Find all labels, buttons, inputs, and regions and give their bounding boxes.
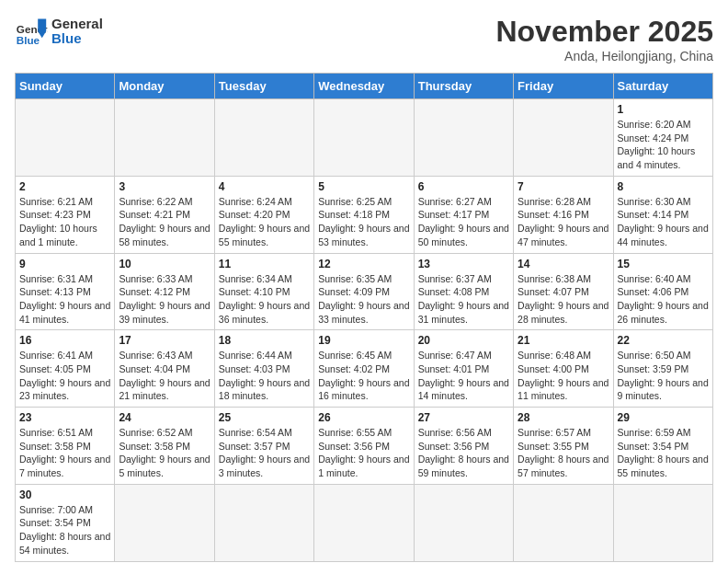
day-number: 22 xyxy=(618,334,709,347)
day-info: Sunrise: 6:45 AM Sunset: 4:02 PM Dayligh… xyxy=(318,349,409,403)
day-number: 17 xyxy=(119,334,210,347)
day-info: Sunrise: 6:55 AM Sunset: 3:56 PM Dayligh… xyxy=(318,426,409,480)
calendar-cell: 10Sunrise: 6:33 AM Sunset: 4:12 PM Dayli… xyxy=(115,253,214,330)
day-number: 10 xyxy=(119,258,210,270)
weekday-header-row: SundayMondayTuesdayWednesdayThursdayFrid… xyxy=(16,74,713,99)
calendar-cell: 30Sunrise: 7:00 AM Sunset: 3:54 PM Dayli… xyxy=(16,484,115,561)
day-info: Sunrise: 6:38 AM Sunset: 4:07 PM Dayligh… xyxy=(518,272,609,327)
day-info: Sunrise: 6:21 AM Sunset: 4:23 PM Dayligh… xyxy=(19,195,110,249)
day-info: Sunrise: 6:22 AM Sunset: 4:21 PM Dayligh… xyxy=(119,195,210,249)
day-number: 6 xyxy=(418,180,509,193)
day-info: Sunrise: 6:59 AM Sunset: 3:54 PM Dayligh… xyxy=(618,426,709,480)
day-number: 27 xyxy=(418,411,509,424)
day-info: Sunrise: 6:35 AM Sunset: 4:09 PM Dayligh… xyxy=(318,272,409,327)
day-number: 2 xyxy=(19,180,110,193)
day-info: Sunrise: 6:48 AM Sunset: 4:00 PM Dayligh… xyxy=(518,349,609,403)
day-info: Sunrise: 6:47 AM Sunset: 4:01 PM Dayligh… xyxy=(418,349,509,403)
weekday-header: Saturday xyxy=(613,74,712,99)
day-number: 3 xyxy=(119,180,210,193)
day-info: Sunrise: 6:33 AM Sunset: 4:12 PM Dayligh… xyxy=(119,272,210,327)
day-number: 5 xyxy=(318,180,409,193)
calendar-week-row: 2Sunrise: 6:21 AM Sunset: 4:23 PM Daylig… xyxy=(16,176,713,253)
day-number: 24 xyxy=(119,411,210,424)
calendar-cell: 4Sunrise: 6:24 AM Sunset: 4:20 PM Daylig… xyxy=(214,176,313,253)
calendar-cell xyxy=(214,99,313,177)
day-info: Sunrise: 6:34 AM Sunset: 4:10 PM Dayligh… xyxy=(219,272,310,327)
svg-text:Blue: Blue xyxy=(17,34,40,46)
calendar-cell xyxy=(115,99,214,177)
location: Anda, Heilongjiang, China xyxy=(495,49,713,63)
calendar-week-row: 30Sunrise: 7:00 AM Sunset: 3:54 PM Dayli… xyxy=(16,484,713,561)
weekday-header: Tuesday xyxy=(214,74,313,99)
calendar-week-row: 16Sunrise: 6:41 AM Sunset: 4:05 PM Dayli… xyxy=(16,330,713,408)
calendar-cell xyxy=(414,99,513,177)
day-info: Sunrise: 6:51 AM Sunset: 3:58 PM Dayligh… xyxy=(19,426,110,480)
calendar-week-row: 9Sunrise: 6:31 AM Sunset: 4:13 PM Daylig… xyxy=(16,253,713,330)
logo-general: General xyxy=(51,17,103,32)
day-number: 1 xyxy=(618,103,709,116)
day-number: 19 xyxy=(318,334,409,347)
weekday-header: Wednesday xyxy=(314,74,414,99)
calendar-cell: 9Sunrise: 6:31 AM Sunset: 4:13 PM Daylig… xyxy=(16,253,115,330)
calendar-cell: 29Sunrise: 6:59 AM Sunset: 3:54 PM Dayli… xyxy=(613,408,712,485)
month-year: November 2025 xyxy=(495,15,713,49)
day-info: Sunrise: 6:44 AM Sunset: 4:03 PM Dayligh… xyxy=(219,349,310,403)
weekday-header: Friday xyxy=(514,74,613,99)
calendar-cell: 15Sunrise: 6:40 AM Sunset: 4:06 PM Dayli… xyxy=(613,253,712,330)
day-number: 30 xyxy=(19,488,110,501)
day-info: Sunrise: 6:37 AM Sunset: 4:08 PM Dayligh… xyxy=(418,272,509,327)
day-number: 14 xyxy=(518,258,609,270)
calendar-cell: 18Sunrise: 6:44 AM Sunset: 4:03 PM Dayli… xyxy=(214,330,313,408)
calendar-cell xyxy=(613,484,712,561)
calendar-cell: 22Sunrise: 6:50 AM Sunset: 3:59 PM Dayli… xyxy=(613,330,712,408)
day-number: 4 xyxy=(219,180,310,193)
calendar-cell: 17Sunrise: 6:43 AM Sunset: 4:04 PM Dayli… xyxy=(115,330,214,408)
svg-marker-2 xyxy=(38,19,46,32)
calendar-cell: 16Sunrise: 6:41 AM Sunset: 4:05 PM Dayli… xyxy=(16,330,115,408)
day-number: 21 xyxy=(518,334,609,347)
day-number: 29 xyxy=(618,411,709,424)
calendar-cell: 24Sunrise: 6:52 AM Sunset: 3:58 PM Dayli… xyxy=(115,408,214,485)
calendar-cell: 14Sunrise: 6:38 AM Sunset: 4:07 PM Dayli… xyxy=(514,253,613,330)
logo-icon: General Blue xyxy=(15,15,48,48)
calendar-week-row: 1Sunrise: 6:20 AM Sunset: 4:24 PM Daylig… xyxy=(16,99,713,177)
calendar-cell: 11Sunrise: 6:34 AM Sunset: 4:10 PM Dayli… xyxy=(214,253,313,330)
day-info: Sunrise: 6:54 AM Sunset: 3:57 PM Dayligh… xyxy=(219,426,310,480)
calendar-cell: 19Sunrise: 6:45 AM Sunset: 4:02 PM Dayli… xyxy=(314,330,414,408)
day-info: Sunrise: 6:27 AM Sunset: 4:17 PM Dayligh… xyxy=(418,195,509,249)
day-info: Sunrise: 7:00 AM Sunset: 3:54 PM Dayligh… xyxy=(19,503,110,557)
calendar-cell: 3Sunrise: 6:22 AM Sunset: 4:21 PM Daylig… xyxy=(115,176,214,253)
calendar-week-row: 23Sunrise: 6:51 AM Sunset: 3:58 PM Dayli… xyxy=(16,408,713,485)
day-info: Sunrise: 6:43 AM Sunset: 4:04 PM Dayligh… xyxy=(119,349,210,403)
day-info: Sunrise: 6:25 AM Sunset: 4:18 PM Dayligh… xyxy=(318,195,409,249)
day-info: Sunrise: 6:28 AM Sunset: 4:16 PM Dayligh… xyxy=(518,195,609,249)
calendar-cell: 12Sunrise: 6:35 AM Sunset: 4:09 PM Dayli… xyxy=(314,253,414,330)
day-info: Sunrise: 6:31 AM Sunset: 4:13 PM Dayligh… xyxy=(19,272,110,327)
day-info: Sunrise: 6:52 AM Sunset: 3:58 PM Dayligh… xyxy=(119,426,210,480)
day-info: Sunrise: 6:41 AM Sunset: 4:05 PM Dayligh… xyxy=(19,349,110,403)
day-number: 25 xyxy=(219,411,310,424)
calendar-cell: 13Sunrise: 6:37 AM Sunset: 4:08 PM Dayli… xyxy=(414,253,513,330)
weekday-header: Monday xyxy=(115,74,214,99)
calendar-cell: 28Sunrise: 6:57 AM Sunset: 3:55 PM Dayli… xyxy=(514,408,613,485)
day-number: 16 xyxy=(19,334,110,347)
day-info: Sunrise: 6:20 AM Sunset: 4:24 PM Dayligh… xyxy=(618,118,709,172)
calendar-cell: 5Sunrise: 6:25 AM Sunset: 4:18 PM Daylig… xyxy=(314,176,414,253)
calendar-cell xyxy=(314,484,414,561)
calendar-cell xyxy=(314,99,414,177)
day-number: 12 xyxy=(318,258,409,270)
day-number: 7 xyxy=(518,180,609,193)
day-info: Sunrise: 6:24 AM Sunset: 4:20 PM Dayligh… xyxy=(219,195,310,249)
calendar-cell: 23Sunrise: 6:51 AM Sunset: 3:58 PM Dayli… xyxy=(16,408,115,485)
day-number: 23 xyxy=(19,411,110,424)
calendar-cell xyxy=(214,484,313,561)
calendar-cell xyxy=(414,484,513,561)
calendar-cell: 1Sunrise: 6:20 AM Sunset: 4:24 PM Daylig… xyxy=(613,99,712,177)
day-number: 9 xyxy=(19,258,110,270)
calendar-table: SundayMondayTuesdayWednesdayThursdayFrid… xyxy=(15,73,713,562)
page-header: General Blue General Blue November 2025 … xyxy=(15,15,713,63)
weekday-header: Thursday xyxy=(414,74,513,99)
weekday-header: Sunday xyxy=(16,74,115,99)
calendar-cell xyxy=(115,484,214,561)
calendar-cell: 21Sunrise: 6:48 AM Sunset: 4:00 PM Dayli… xyxy=(514,330,613,408)
